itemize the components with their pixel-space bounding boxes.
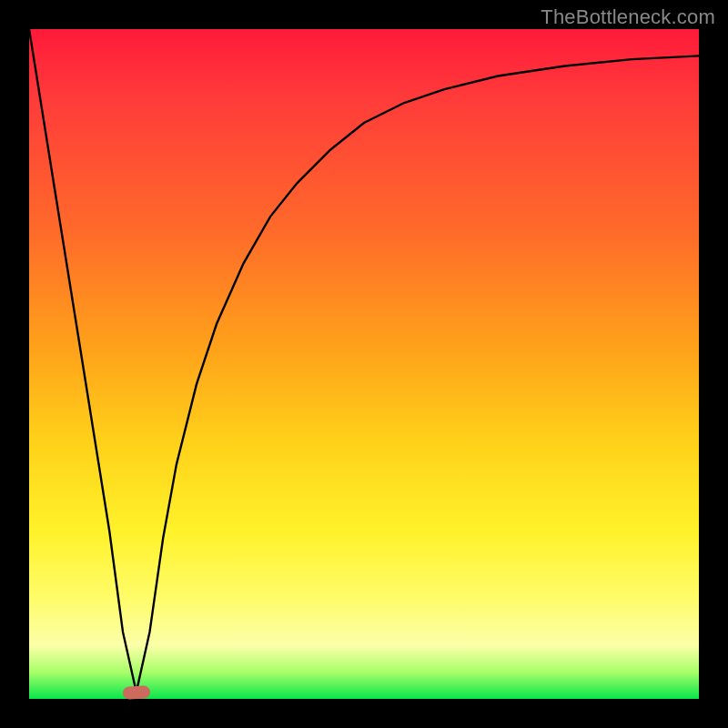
plot-area (29, 29, 699, 699)
chart-frame: TheBottleneck.com (0, 0, 728, 728)
optimum-marker (122, 685, 150, 700)
watermark-text: TheBottleneck.com (541, 5, 715, 29)
curve-path (29, 29, 699, 693)
bottleneck-curve (29, 29, 699, 699)
